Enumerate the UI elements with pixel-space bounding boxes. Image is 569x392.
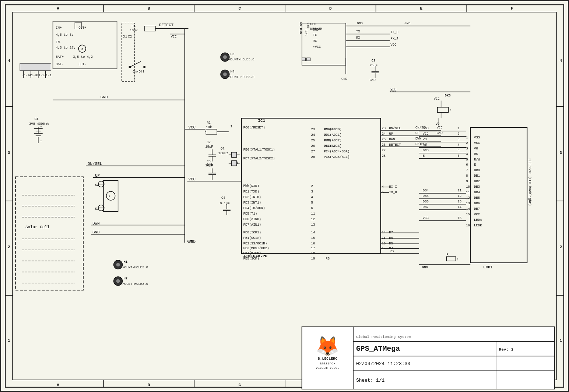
- svg-text:GND: GND: [341, 77, 347, 81]
- svg-text:PD6(AIN0): PD6(AIN0): [243, 218, 261, 221]
- svg-text:DB5: DB5: [423, 194, 429, 198]
- svg-text:4: 4: [457, 143, 459, 147]
- svg-text:G1: G1: [35, 117, 39, 121]
- svg-text:5: 5: [466, 158, 468, 162]
- svg-text:10: 10: [466, 185, 470, 189]
- svg-text:UP: UP: [95, 173, 100, 178]
- svg-text:C: C: [238, 6, 241, 11]
- svg-point-291: [223, 73, 227, 76]
- svg-text:24: 24: [382, 132, 386, 136]
- svg-text:PD5(T1): PD5(T1): [243, 212, 257, 216]
- svg-text:DB3: DB3: [474, 185, 480, 189]
- svg-text:PD7(AIN1): PD7(AIN1): [243, 223, 261, 227]
- svg-text:C: C: [238, 383, 241, 387]
- svg-text:BAT+: BAT+: [56, 55, 64, 59]
- svg-text:9: 9: [466, 180, 468, 183]
- svg-text:3: 3: [559, 151, 562, 155]
- svg-text:3,5 to 4,2: 3,5 to 4,2: [73, 55, 93, 59]
- svg-text:RS: RS: [390, 250, 394, 253]
- svg-text:3V8-4000mA: 3V8-4000mA: [29, 122, 49, 126]
- svg-text:↑: ↑: [457, 258, 459, 261]
- svg-text:NEO-8M: NEO-8M: [299, 22, 303, 34]
- svg-text:14: 14: [457, 205, 461, 209]
- svg-text:GND: GND: [101, 95, 108, 99]
- svg-text:1: 1: [457, 127, 459, 130]
- svg-text:LEDK: LEDK: [474, 224, 482, 227]
- svg-text:1: 1: [8, 338, 10, 343]
- svg-text:C1: C1: [372, 59, 376, 63]
- svg-text:25: 25: [382, 138, 386, 141]
- svg-text:DB4: DB4: [474, 191, 480, 194]
- svg-point-95: [129, 66, 131, 68]
- svg-text:DETECT: DETECT: [159, 23, 174, 27]
- svg-text:VO: VO: [474, 147, 478, 151]
- svg-text:15: 15: [457, 216, 461, 220]
- svg-text:TX: TX: [313, 33, 317, 37]
- svg-text:12: 12: [457, 194, 461, 198]
- svg-rect-143: [232, 152, 237, 158]
- svg-text:VCC: VCC: [188, 177, 196, 181]
- svg-text:13: 13: [466, 202, 470, 205]
- svg-text:PC4(ADC4/SDA): PC4(ADC4/SDA): [324, 150, 350, 153]
- svg-text:0.1μF: 0.1μF: [220, 202, 230, 205]
- svg-text:DB5: DB5: [474, 196, 480, 200]
- svg-text:02/04/2024 11:23:33: 02/04/2024 11:23:33: [356, 361, 410, 367]
- svg-text:ON/SEL: ON/SEL: [88, 162, 102, 166]
- svg-text:VO: VO: [423, 138, 427, 141]
- svg-text:PD4(T0/XCK): PD4(T0/XCK): [243, 206, 265, 210]
- svg-text:UP: UP: [324, 133, 328, 137]
- svg-rect-59: [20, 63, 51, 71]
- svg-text:RX_I: RX_I: [390, 37, 398, 40]
- svg-text:J1-2: J1-2: [36, 74, 44, 77]
- svg-text:TX_O: TX_O: [389, 191, 397, 194]
- svg-text:DB6: DB6: [474, 202, 480, 205]
- svg-text:VCC: VCC: [434, 97, 440, 101]
- svg-text:RX_I: RX_I: [389, 185, 397, 189]
- svg-text:VO: VO: [436, 122, 440, 126]
- svg-text:DB0: DB0: [474, 169, 480, 172]
- svg-text:R: R: [447, 253, 449, 257]
- svg-text:J1-3: J1-3: [29, 74, 37, 77]
- svg-text:C3: C3: [207, 160, 211, 163]
- svg-text:PB4(MISO): PB4(MISO): [243, 251, 261, 255]
- svg-text:VCC: VCC: [474, 213, 480, 216]
- svg-text:11: 11: [311, 212, 315, 216]
- svg-text:C2: C2: [207, 141, 211, 144]
- svg-text:DB7: DB7: [474, 207, 480, 211]
- svg-text:R2: R2: [207, 121, 211, 125]
- svg-text:4: 4: [466, 152, 468, 156]
- svg-rect-398: [447, 257, 456, 261]
- svg-text:VCC: VCC: [390, 88, 396, 91]
- svg-text:Sheet: 1/1: Sheet: 1/1: [356, 378, 385, 383]
- svg-text:Q1: Q1: [221, 147, 225, 151]
- svg-text:OUT+: OUT+: [78, 26, 86, 30]
- svg-text:4: 4: [559, 59, 562, 63]
- svg-text:E: E: [420, 6, 423, 11]
- svg-text:MOUNT-HOLE3.0: MOUNT-HOLE3.0: [122, 282, 148, 286]
- svg-text:2: 2: [457, 132, 459, 136]
- svg-text:15: 15: [311, 236, 315, 240]
- svg-text:LCD 2x16 (LED backlight): LCD 2x16 (LED backlight): [528, 159, 531, 206]
- svg-text:DB7: DB7: [423, 205, 429, 209]
- svg-text:1: 1: [559, 338, 562, 343]
- svg-text:27: 27: [311, 150, 315, 153]
- svg-text:DWN: DWN: [415, 137, 421, 141]
- svg-text:GND: GND: [422, 266, 428, 269]
- svg-text:VCC: VCC: [188, 125, 196, 130]
- svg-text:DETECT: DETECT: [389, 143, 401, 147]
- svg-text:26: 26: [382, 143, 386, 147]
- svg-text:1: 1: [466, 136, 468, 140]
- svg-text:VCC: VCC: [437, 126, 443, 130]
- svg-rect-261: [302, 58, 306, 61]
- svg-text:DK3: DK3: [445, 94, 451, 98]
- svg-text:Global Positioning System: Global Positioning System: [356, 335, 411, 339]
- svg-text:DB4: DB4: [423, 189, 429, 193]
- svg-text:PD2(INT0): PD2(INT0): [243, 195, 261, 199]
- svg-text:J1-1: J1-1: [44, 74, 52, 77]
- svg-rect-121: [206, 129, 217, 134]
- svg-text:5: 5: [311, 201, 313, 205]
- svg-text:PB0(ICP1): PB0(ICP1): [243, 231, 261, 234]
- svg-text:8: 8: [466, 174, 468, 178]
- svg-text:26: 26: [311, 144, 315, 148]
- svg-text:IN+: IN+: [56, 26, 62, 30]
